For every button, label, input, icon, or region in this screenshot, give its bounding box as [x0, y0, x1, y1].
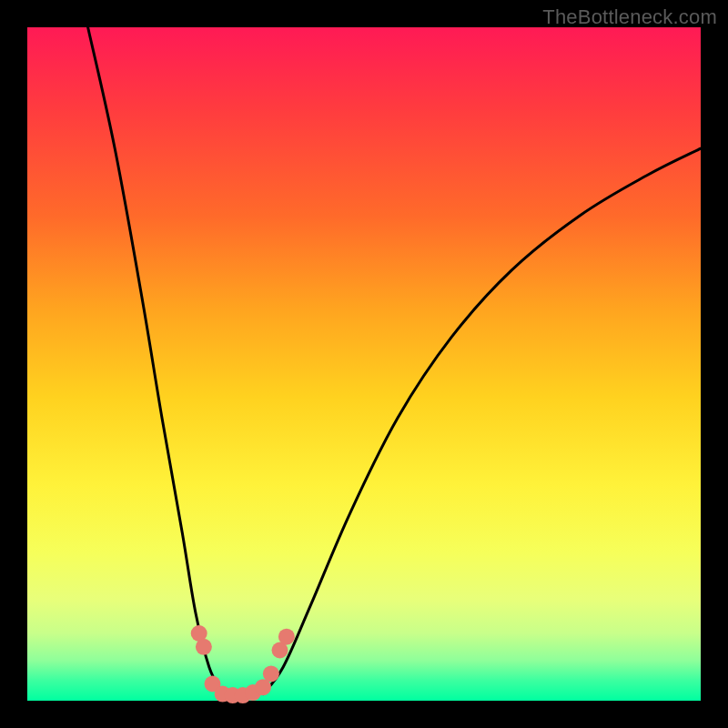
chart-svg [27, 27, 701, 701]
valley-marker-dot [263, 665, 279, 682]
valley-marker-dot [278, 629, 295, 645]
curve-right-branch [263, 148, 701, 693]
watermark-label: TheBottleneck.com [542, 5, 717, 29]
plot-area [27, 27, 701, 701]
chart-frame: TheBottleneck.com [0, 0, 728, 728]
valley-marker-dot [196, 639, 212, 655]
valley-markers [191, 625, 295, 703]
curve-left-branch [88, 27, 223, 694]
